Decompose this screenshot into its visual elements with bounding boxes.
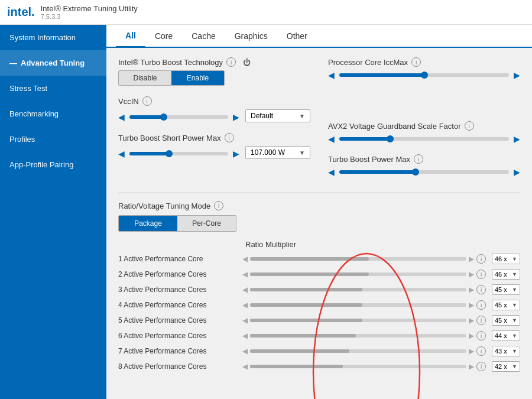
app-title: Intel® Extreme Tuning Utility bbox=[41, 4, 138, 13]
ratio-right-arrow-7[interactable]: ▶ bbox=[469, 347, 474, 355]
ratio-label-2: 2 Active Performance Cores bbox=[118, 270, 242, 278]
turbo-boost-short-slider-left-arrow[interactable]: ◀ bbox=[118, 149, 125, 158]
sidebar-item-benchmarking[interactable]: Benchmarking bbox=[0, 101, 106, 126]
vccin-slider-track[interactable] bbox=[129, 115, 228, 119]
tab-other[interactable]: Other bbox=[277, 25, 317, 47]
turbo-boost-technology-info-icon[interactable]: i bbox=[226, 57, 236, 67]
ratio-info-icon-3[interactable]: i bbox=[476, 285, 486, 294]
tab-cache[interactable]: Cache bbox=[182, 25, 225, 47]
power-max-slider-left-arrow[interactable]: ◀ bbox=[328, 167, 335, 177]
sidebar-item-system-information[interactable]: System Information bbox=[0, 25, 106, 50]
avx2-slider-track[interactable] bbox=[339, 137, 509, 141]
turbo-boost-short-slider-thumb[interactable] bbox=[166, 150, 173, 157]
ratio-info-icon-2[interactable]: i bbox=[476, 270, 486, 279]
ratio-right-arrow-4[interactable]: ▶ bbox=[469, 301, 474, 309]
ratio-voltage-label: Ratio/Voltage Tuning Mode i bbox=[118, 201, 520, 210]
vccin-info-icon[interactable]: i bbox=[142, 96, 152, 106]
iccmax-slider-thumb[interactable] bbox=[421, 72, 428, 79]
ratio-right-arrow-2[interactable]: ▶ bbox=[469, 270, 474, 278]
ratio-value-3[interactable]: 45 x ▼ bbox=[492, 284, 520, 295]
power-max-slider-thumb[interactable] bbox=[412, 168, 419, 176]
ratio-left-arrow-5[interactable]: ◀ bbox=[242, 316, 248, 325]
avx2-voltage-info-icon[interactable]: i bbox=[465, 121, 474, 131]
vccin-slider-thumb[interactable] bbox=[160, 113, 167, 121]
ratio-value-7[interactable]: 43 x ▼ bbox=[492, 346, 520, 356]
turbo-boost-short-dropdown[interactable]: 107.000 W ▼ bbox=[245, 146, 310, 159]
tab-core[interactable]: Core bbox=[145, 25, 182, 47]
ratio-right-arrow-3[interactable]: ▶ bbox=[469, 286, 474, 294]
ratio-info-icon-5[interactable]: i bbox=[476, 316, 486, 325]
ratio-right-arrow-6[interactable]: ▶ bbox=[469, 332, 474, 340]
turbo-boost-short-slider-fill bbox=[129, 152, 169, 155]
ratio-track-1[interactable] bbox=[250, 257, 466, 261]
ratio-value-8[interactable]: 42 x ▼ bbox=[492, 361, 520, 372]
ratio-left-arrow-2[interactable]: ◀ bbox=[242, 270, 248, 278]
ratio-info-icon-6[interactable]: i bbox=[476, 331, 486, 340]
ratio-voltage-info-icon[interactable]: i bbox=[214, 201, 223, 210]
ratio-track-2[interactable] bbox=[250, 273, 466, 276]
iccmax-slider-right-arrow[interactable]: ▶ bbox=[514, 70, 520, 80]
ratio-left-arrow-3[interactable]: ◀ bbox=[242, 286, 248, 294]
ratio-track-5[interactable] bbox=[250, 319, 466, 322]
ratio-label-4: 4 Active Performance Cores bbox=[118, 301, 242, 309]
sidebar-item-stress-test[interactable]: Stress Test bbox=[0, 76, 106, 101]
ratio-right-arrow-1[interactable]: ▶ bbox=[469, 255, 474, 263]
ratio-left-arrow-6[interactable]: ◀ bbox=[242, 332, 248, 340]
ratio-info-icon-8[interactable]: i bbox=[476, 362, 486, 371]
ratio-right-arrow-5[interactable]: ▶ bbox=[469, 316, 474, 325]
power-max-slider-right-arrow[interactable]: ▶ bbox=[514, 167, 520, 177]
ratio-value-4[interactable]: 45 x ▼ bbox=[492, 300, 520, 310]
ratio-info-icon-1[interactable]: i bbox=[476, 254, 486, 264]
ratio-left-arrow-8[interactable]: ◀ bbox=[242, 362, 248, 371]
turbo-boost-short-slider-track[interactable] bbox=[129, 152, 228, 155]
avx2-slider-left-arrow[interactable]: ◀ bbox=[328, 134, 335, 144]
vccin-dropdown[interactable]: Default ▼ bbox=[245, 109, 310, 122]
ratio-track-3[interactable] bbox=[250, 288, 466, 291]
ratio-right-arrow-8[interactable]: ▶ bbox=[469, 362, 474, 371]
turbo-boost-short-section: Turbo Boost Short Power Max i ◀ ▶ bbox=[118, 133, 310, 159]
ratio-value-1[interactable]: 46 x ▼ bbox=[492, 254, 520, 264]
turbo-boost-power-max-info-icon[interactable]: i bbox=[414, 154, 423, 164]
sidebar-item-profiles[interactable]: Profiles bbox=[0, 126, 106, 152]
processor-core-iccmax-info-icon[interactable]: i bbox=[411, 57, 421, 67]
tab-graphics[interactable]: Graphics bbox=[225, 25, 277, 47]
vccin-slider-left-arrow[interactable]: ◀ bbox=[118, 112, 125, 122]
tab-bar: All Core Cache Graphics Other bbox=[106, 25, 532, 48]
package-button[interactable]: Package bbox=[119, 216, 177, 231]
ratio-value-6[interactable]: 44 x ▼ bbox=[492, 330, 520, 341]
ratio-fill-4 bbox=[250, 303, 362, 307]
ratio-voltage-toggle: Package Per-Core bbox=[118, 215, 236, 232]
ratio-row-3: 3 Active Performance Cores ◀ ▶ i 45 x ▼ bbox=[118, 284, 520, 295]
power-max-slider-track[interactable] bbox=[339, 170, 509, 174]
ratio-track-4[interactable] bbox=[250, 303, 466, 307]
ratio-left-arrow-4[interactable]: ◀ bbox=[242, 301, 248, 309]
per-core-button[interactable]: Per-Core bbox=[177, 216, 236, 231]
ratio-value-5[interactable]: 45 x ▼ bbox=[492, 315, 520, 326]
turbo-boost-short-slider-right-arrow[interactable]: ▶ bbox=[233, 149, 239, 158]
tab-all[interactable]: All bbox=[116, 25, 145, 48]
iccmax-slider-track[interactable] bbox=[339, 73, 509, 77]
ratio-info-icon-7[interactable]: i bbox=[476, 346, 486, 356]
ratio-left-arrow-7[interactable]: ◀ bbox=[242, 347, 248, 355]
ratio-track-6[interactable] bbox=[250, 334, 466, 338]
ratio-slider-1: ◀ ▶ i 46 x ▼ bbox=[242, 254, 520, 264]
ratio-value-2[interactable]: 46 x ▼ bbox=[492, 269, 520, 280]
ratio-left-arrow-1[interactable]: ◀ bbox=[242, 255, 248, 263]
power-icon[interactable]: ⏻ bbox=[243, 58, 251, 67]
turbo-boost-short-info-icon[interactable]: i bbox=[225, 133, 234, 142]
ratio-track-8[interactable] bbox=[250, 365, 466, 368]
avx2-slider-right-arrow[interactable]: ▶ bbox=[514, 134, 520, 144]
turbo-boost-disable-button[interactable]: Disable bbox=[119, 71, 171, 85]
turbo-boost-short-dropdown-arrow: ▼ bbox=[299, 150, 305, 156]
ratio-track-7[interactable] bbox=[250, 349, 466, 353]
ratio-slider-5: ◀ ▶ i 45 x ▼ bbox=[242, 315, 520, 326]
turbo-boost-toggle: Disable Enable bbox=[118, 70, 225, 86]
sidebar-item-app-profile-pairing[interactable]: App-Profile Pairing bbox=[0, 152, 106, 177]
vccin-slider-right-arrow[interactable]: ▶ bbox=[233, 112, 239, 122]
turbo-boost-enable-button[interactable]: Enable bbox=[171, 71, 224, 85]
iccmax-slider-left-arrow[interactable]: ◀ bbox=[328, 70, 335, 80]
sidebar-item-advanced-tuning[interactable]: Advanced Tuning bbox=[0, 50, 106, 76]
ratio-info-icon-4[interactable]: i bbox=[476, 300, 486, 310]
avx2-slider-thumb[interactable] bbox=[387, 135, 394, 142]
ratio-label-8: 8 Active Performance Cores bbox=[118, 362, 242, 371]
